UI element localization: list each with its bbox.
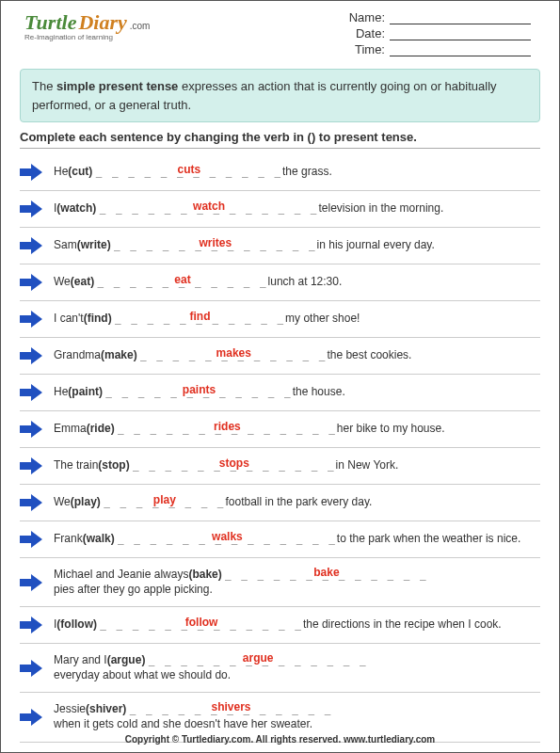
sentence-post: in his journal every day. <box>317 238 435 253</box>
answer-blank[interactable]: _ _ _ _ _ _ _ _ _ _ _ _ _ _watch <box>100 202 319 216</box>
sentence-pre: Sam <box>54 238 77 253</box>
sentence-post: the directions in the recipe when I cook… <box>303 617 502 633</box>
answer-text: play <box>153 493 176 508</box>
answer-blank[interactable]: _ _ _ _ _ _ _ _ _ _ _find <box>115 312 285 326</box>
sentence-post: the best cookies. <box>327 348 411 363</box>
answer-blank[interactable]: _ _ _ _ _ _ _ _ _ _ _ _ _stops <box>133 459 336 473</box>
sentence-pre: Emma <box>54 422 87 437</box>
name-field[interactable] <box>390 11 531 24</box>
answer-blank[interactable]: _ _ _ _ _ _ _ _ _ _ _ _ _ _argue <box>149 654 368 667</box>
sentence: Frank (walk) _ _ _ _ _ _ _ _ _ _ _ _ _ _… <box>54 532 520 547</box>
answer-blank[interactable]: _ _ _ _ _ _ _ _ _ _ _ _paints <box>105 386 292 399</box>
sentence-post: football in the park every day. <box>226 495 373 510</box>
sentence-pre: We <box>54 495 71 510</box>
sentence: Mary and I (argue) _ _ _ _ _ _ _ _ _ _ _… <box>54 653 540 682</box>
list-item: We (play) _ _ _ _ _ _ _ _play football i… <box>20 485 540 521</box>
bullet-arrow-icon <box>20 164 42 181</box>
bullet-arrow-icon <box>20 200 42 217</box>
sentence: I can't (find) _ _ _ _ _ _ _ _ _ _ _find… <box>54 312 360 327</box>
answer-blank[interactable]: _ _ _ _ _ _ _ _ _ _ _ _ _bake <box>225 569 428 582</box>
sentence-post: television in the morning. <box>319 201 444 216</box>
bullet-arrow-icon <box>20 574 42 591</box>
sentence-post: her bike to my house. <box>337 422 445 437</box>
answer-text: rides <box>214 420 241 435</box>
answer-blank[interactable]: _ _ _ _ _ _ _ _ _ _ _ _ _shivers <box>130 703 333 716</box>
date-label: Date: <box>356 26 385 40</box>
sentence-pre: Michael and Jeanie always <box>54 568 188 583</box>
answer-text: cuts <box>178 163 201 178</box>
sentence: Grandma (make) _ _ _ _ _ _ _ _ _ _ _ _ma… <box>54 348 411 363</box>
sentence-verb: (find) <box>84 312 112 327</box>
bullet-arrow-icon <box>20 709 42 726</box>
sentence: Jessie (shiver) _ _ _ _ _ _ _ _ _ _ _ _ … <box>54 702 540 731</box>
sentence-verb: (shiver) <box>86 702 126 717</box>
list-item: I can't (find) _ _ _ _ _ _ _ _ _ _ _find… <box>20 301 540 338</box>
sentence: We (eat) _ _ _ _ _ _ _ _ _ _ _eat lunch … <box>54 275 342 290</box>
bullet-arrow-icon <box>20 617 42 633</box>
name-label: Name: <box>349 10 385 24</box>
sentence: He (paint) _ _ _ _ _ _ _ _ _ _ _ _paints… <box>54 385 345 400</box>
sentence-pre: He <box>54 385 68 400</box>
sentence-post: the house. <box>293 385 345 400</box>
sentence: We (play) _ _ _ _ _ _ _ _play football i… <box>54 495 372 510</box>
sentence-pre: Mary and I <box>54 653 107 668</box>
answer-text: shivers <box>211 700 250 715</box>
time-field[interactable] <box>390 43 531 56</box>
answer-blank[interactable]: _ _ _ _ _ _ _ _ _ _ _ _ _ _rides <box>118 423 337 436</box>
answer-blank[interactable]: _ _ _ _ _ _ _ _ _ _ _eat <box>97 276 267 289</box>
definition-pre: The <box>32 79 56 93</box>
sentence-post: in New York. <box>336 458 399 473</box>
sentence-pre: The train <box>54 458 98 473</box>
sentence-post: lunch at 12:30. <box>268 275 343 290</box>
definition-box: The simple present tense expresses an ac… <box>20 69 540 122</box>
list-item: The train (stop) _ _ _ _ _ _ _ _ _ _ _ _… <box>20 448 540 485</box>
answer-blank[interactable]: _ _ _ _ _ _ _ _ _ _ _ _cuts <box>96 166 282 179</box>
sentence: Michael and Jeanie always (bake) _ _ _ _… <box>54 568 540 597</box>
header: Turtle Diary .com Re-Imagination of lear… <box>1 1 559 61</box>
date-field[interactable] <box>390 27 531 40</box>
logo-turtle: Turtle <box>24 10 76 35</box>
list-item: Michael and Jeanie always (bake) _ _ _ _… <box>20 558 540 607</box>
bullet-arrow-icon <box>20 457 42 474</box>
sentence: Sam (write) _ _ _ _ _ _ _ _ _ _ _ _ _wri… <box>54 238 435 253</box>
answer-blank[interactable]: _ _ _ _ _ _ _ _play <box>104 496 225 509</box>
sentence-verb: (follow) <box>56 617 97 633</box>
sentence-pre: Frank <box>54 532 83 547</box>
sentence-verb: (bake) <box>188 568 221 583</box>
sentence-verb: (paint) <box>68 385 103 400</box>
answer-blank[interactable]: _ _ _ _ _ _ _ _ _ _ _ _ _follow <box>100 618 303 632</box>
sentence: Emma (ride) _ _ _ _ _ _ _ _ _ _ _ _ _ _r… <box>54 422 445 437</box>
bullet-arrow-icon <box>20 421 42 438</box>
bullet-arrow-icon <box>20 274 42 291</box>
list-item: Mary and I (argue) _ _ _ _ _ _ _ _ _ _ _… <box>20 644 540 693</box>
student-info: Name: Date: Time: <box>349 10 531 56</box>
list-item: Frank (walk) _ _ _ _ _ _ _ _ _ _ _ _ _ _… <box>20 521 540 558</box>
answer-blank[interactable]: _ _ _ _ _ _ _ _ _ _ _ _makes <box>140 349 327 362</box>
answer-blank[interactable]: _ _ _ _ _ _ _ _ _ _ _ _ _writes <box>114 239 317 252</box>
answer-text: paints <box>183 383 216 398</box>
sentence-post: to the park when the weather is nice. <box>337 532 520 547</box>
list-item: He (paint) _ _ _ _ _ _ _ _ _ _ _ _paints… <box>20 375 540 411</box>
sentence-verb: (eat) <box>71 275 94 290</box>
sentence-post: everyday about what we should do. <box>54 668 231 683</box>
bullet-arrow-icon <box>20 531 42 548</box>
list-item: He (cut) _ _ _ _ _ _ _ _ _ _ _ _cuts the… <box>20 154 540 191</box>
definition-bold: simple present tense <box>56 79 178 93</box>
answer-text: find <box>190 310 211 325</box>
answer-text: writes <box>199 236 232 251</box>
sentence-verb: (write) <box>77 238 111 253</box>
logo: Turtle Diary .com Re-Imagination of lear… <box>24 10 150 41</box>
logo-tagline: Re-Imagination of learning <box>24 33 150 41</box>
sentence-post: my other shoe! <box>285 312 360 327</box>
logo-diary: Diary <box>78 10 126 35</box>
bullet-arrow-icon <box>20 347 42 364</box>
sentence-verb: (stop) <box>98 458 129 473</box>
sentence-verb: (argue) <box>107 653 146 668</box>
sentence-post: when it gets cold and she doesn't have h… <box>54 717 312 732</box>
answer-text: eat <box>174 273 190 288</box>
sentence-verb: (play) <box>71 495 101 510</box>
bullet-arrow-icon <box>20 237 42 254</box>
answer-blank[interactable]: _ _ _ _ _ _ _ _ _ _ _ _ _ _walks <box>118 533 337 546</box>
sentence-post: the grass. <box>282 165 332 180</box>
answer-text: stops <box>219 457 249 472</box>
